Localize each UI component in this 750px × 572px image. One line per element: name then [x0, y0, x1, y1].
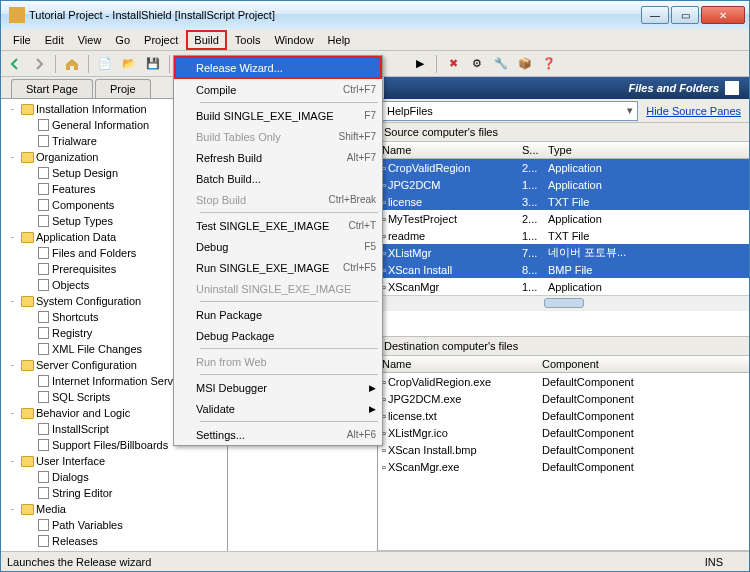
tree-label: User Interface: [36, 455, 105, 467]
item-icon: [36, 134, 50, 148]
file-type: Application: [544, 160, 749, 176]
submenu-arrow-icon: ▶: [369, 404, 376, 414]
tree-node[interactable]: -Media: [3, 501, 227, 517]
menu-item[interactable]: Debug Package: [174, 325, 382, 346]
table-row[interactable]: ▫XScan Install8...BMP File: [378, 261, 749, 278]
expand-icon[interactable]: -: [7, 456, 18, 466]
menu-view[interactable]: View: [72, 32, 108, 48]
col-size[interactable]: S...: [518, 142, 544, 158]
file-name: JPG2DCM.exe: [388, 393, 461, 405]
feature-combo[interactable]: HelpFiles ▾: [382, 101, 638, 121]
menu-item[interactable]: CompileCtrl+F7: [174, 79, 382, 100]
forward-button[interactable]: [29, 54, 49, 74]
file-name: readme: [388, 230, 425, 242]
tab-start-page[interactable]: Start Page: [11, 79, 93, 98]
tool2-icon[interactable]: 🔧: [491, 54, 511, 74]
component-name: DefaultComponent: [538, 391, 749, 407]
table-row[interactable]: ▫CropValidRegion.exeDefaultComponent: [378, 373, 749, 390]
menu-tools[interactable]: Tools: [229, 32, 267, 48]
source-file-grid[interactable]: Name S... Type ▫CropValidRegion2...Appli…: [378, 142, 749, 337]
expand-icon[interactable]: -: [7, 296, 18, 306]
table-row[interactable]: ▫XScan Install.bmpDefaultComponent: [378, 441, 749, 458]
menu-item[interactable]: DebugF5: [174, 236, 382, 257]
menu-label: Release Wizard...: [196, 62, 376, 74]
expand-icon[interactable]: -: [7, 104, 18, 114]
grid-header[interactable]: Name S... Type: [378, 142, 749, 159]
menu-window[interactable]: Window: [268, 32, 319, 48]
run-button[interactable]: ▶: [410, 54, 430, 74]
table-row[interactable]: ▫XScanMgr1...Application: [378, 278, 749, 295]
hide-source-link[interactable]: Hide Source Panes: [646, 105, 741, 117]
home-button[interactable]: [62, 54, 82, 74]
expand-icon[interactable]: -: [7, 152, 18, 162]
menu-item[interactable]: Release Wizard...: [174, 56, 382, 79]
menu-item[interactable]: MSI Debugger▶: [174, 377, 382, 398]
tab-project[interactable]: Proje: [95, 79, 151, 98]
titlebar: Tutorial Project - InstallShield [Instal…: [1, 1, 749, 29]
minimize-button[interactable]: —: [641, 6, 669, 24]
build-menu[interactable]: Release Wizard...CompileCtrl+F7Build SIN…: [173, 55, 383, 446]
expand-icon[interactable]: -: [7, 408, 18, 418]
grid-header[interactable]: Name Component: [378, 356, 749, 373]
menu-item[interactable]: Refresh BuildAlt+F7: [174, 147, 382, 168]
table-row[interactable]: ▫license3...TXT File: [378, 193, 749, 210]
col-type[interactable]: Type: [544, 142, 749, 158]
menu-file[interactable]: File: [7, 32, 37, 48]
maximize-button[interactable]: ▭: [671, 6, 699, 24]
new-button[interactable]: 📄: [95, 54, 115, 74]
expand-icon[interactable]: -: [7, 504, 18, 514]
col-name[interactable]: Name: [378, 356, 538, 372]
table-row[interactable]: ▫XScanMgr.exeDefaultComponent: [378, 458, 749, 475]
tree-label: String Editor: [52, 487, 113, 499]
table-row[interactable]: ▫MyTestProject2...Application: [378, 210, 749, 227]
menu-label: Build Tables Only: [196, 131, 338, 143]
menu-go[interactable]: Go: [109, 32, 136, 48]
menu-item[interactable]: Validate▶: [174, 398, 382, 419]
menu-item[interactable]: Batch Build...: [174, 168, 382, 189]
stop-icon[interactable]: ✖: [443, 54, 463, 74]
menu-item[interactable]: Run SINGLE_EXE_IMAGECtrl+F5: [174, 257, 382, 278]
table-row[interactable]: ▫XListMgr.icoDefaultComponent: [378, 424, 749, 441]
item-icon: [36, 374, 50, 388]
menu-item[interactable]: Settings...Alt+F6: [174, 424, 382, 445]
item-icon: [36, 118, 50, 132]
table-row[interactable]: ▫license.txtDefaultComponent: [378, 407, 749, 424]
tool-icon[interactable]: ⚙: [467, 54, 487, 74]
menubar: FileEditViewGoProjectBuildToolsWindowHel…: [1, 29, 749, 51]
table-row[interactable]: ▫JPG2DCM.exeDefaultComponent: [378, 390, 749, 407]
section-header: Files and Folders: [384, 77, 749, 99]
expand-icon[interactable]: -: [7, 360, 18, 370]
menu-item[interactable]: Build SINGLE_EXE_IMAGEF7: [174, 105, 382, 126]
back-button[interactable]: [5, 54, 25, 74]
menu-shortcut: Ctrl+Break: [328, 194, 376, 205]
menu-edit[interactable]: Edit: [39, 32, 70, 48]
table-row[interactable]: ▫CropValidRegion2...Application: [378, 159, 749, 176]
tree-node[interactable]: -User Interface: [3, 453, 227, 469]
col-component[interactable]: Component: [538, 356, 749, 372]
tree-label: Components: [52, 199, 114, 211]
menu-item[interactable]: Run Package: [174, 304, 382, 325]
table-row[interactable]: ▫readme1...TXT File: [378, 227, 749, 244]
dest-file-grid[interactable]: Name Component ▫CropValidRegion.exeDefau…: [378, 356, 749, 551]
help-icon[interactable]: ❓: [539, 54, 559, 74]
tree-node[interactable]: String Editor: [3, 485, 227, 501]
menu-help[interactable]: Help: [322, 32, 357, 48]
tree-node[interactable]: Dialogs: [3, 469, 227, 485]
table-row[interactable]: ▫JPG2DCM1...Application: [378, 176, 749, 193]
menu-project[interactable]: Project: [138, 32, 184, 48]
file-size: 8...: [518, 262, 544, 278]
close-button[interactable]: ✕: [701, 6, 745, 24]
menu-item[interactable]: Test SINGLE_EXE_IMAGECtrl+T: [174, 215, 382, 236]
table-row[interactable]: ▫XListMgr7...네이버 포토뷰...: [378, 244, 749, 261]
file-size: 1...: [518, 279, 544, 295]
tree-node[interactable]: Releases: [3, 533, 227, 549]
open-button[interactable]: 📂: [119, 54, 139, 74]
save-button[interactable]: 💾: [143, 54, 163, 74]
tree-node[interactable]: Path Variables: [3, 517, 227, 533]
menu-label: Validate: [196, 403, 369, 415]
tool3-icon[interactable]: 📦: [515, 54, 535, 74]
col-name[interactable]: Name: [378, 142, 518, 158]
file-name: CropValidRegion: [388, 162, 470, 174]
expand-icon[interactable]: -: [7, 232, 18, 242]
menu-build[interactable]: Build: [186, 30, 226, 50]
